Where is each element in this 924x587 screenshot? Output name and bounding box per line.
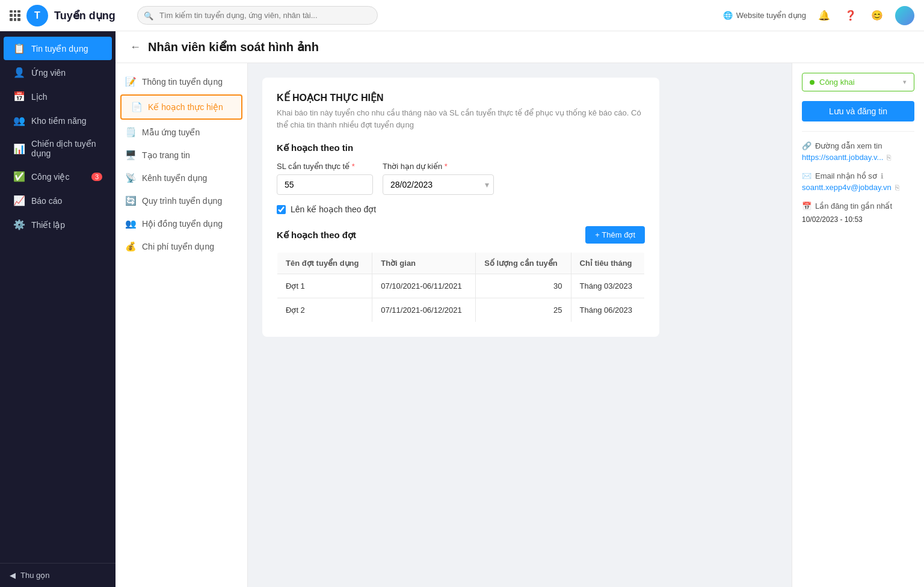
nav-quy-trinh-label: Quy trình tuyển dụng xyxy=(142,196,222,206)
mau-icon: 🗒️ xyxy=(125,127,136,138)
nav-kenh-label: Kênh tuyển dụng xyxy=(142,173,207,183)
row2-name: Đợt 2 xyxy=(277,298,372,322)
row1-target: Tháng 03/2023 xyxy=(571,274,645,298)
lich-icon: 📅 xyxy=(13,91,25,102)
ke-hoach-checkbox[interactable] xyxy=(277,205,286,214)
sidebar-item-bao-cao[interactable]: 📈 Báo cáo xyxy=(4,189,112,212)
last-post-section: 📅 Lần đăng tin gần nhất 10/02/2023 - 10:… xyxy=(802,201,914,224)
nav-kenh-tuyen-dung[interactable]: 📡 Kênh tuyển dụng xyxy=(116,167,247,189)
sidebar-item-label: Công việc xyxy=(31,172,69,182)
sidebar-item-cong-viec[interactable]: ✅ Công việc 3 xyxy=(4,165,112,188)
chien-dich-icon: 📊 xyxy=(13,143,25,155)
right-sidebar: Công khai ▾ Lưu và đăng tin 🔗 Đường dẫn … xyxy=(792,63,924,587)
date-label: Thời hạn dự kiến * xyxy=(383,162,494,171)
status-dropdown[interactable]: Công khai ▾ xyxy=(802,73,914,91)
nav-chi-phi[interactable]: 💰 Chi phí tuyển dụng xyxy=(116,235,247,258)
nav-trang-tin-label: Tạo trang tin xyxy=(142,150,190,160)
nav-tao-trang-tin[interactable]: 🖥️ Tạo trang tin xyxy=(116,144,247,167)
nav-thong-tin[interactable]: 📝 Thông tin tuyển dụng xyxy=(116,70,247,93)
collapse-icon: ◀ xyxy=(10,571,16,580)
main-area: ← Nhân viên kiểm soát hình ảnh 📝 Thông t… xyxy=(116,31,924,587)
cong-viec-icon: ✅ xyxy=(13,171,25,182)
help-button[interactable]: ❓ xyxy=(842,7,859,24)
collapse-button[interactable]: ◀ Thu gọn xyxy=(0,563,116,587)
sidebar: 📋 Tin tuyển dụng 👤 Ứng viên 📅 Lịch 👥 Kho… xyxy=(0,31,116,587)
main-panel: KẾ HOẠCH THỰC HIỆN Khai báo tin này tuyể… xyxy=(248,63,792,587)
search-input[interactable] xyxy=(137,6,378,25)
status-label: Công khai xyxy=(819,78,855,87)
row1-name: Đợt 1 xyxy=(277,274,372,298)
sidebar-item-kho-tiem-nang[interactable]: 👥 Kho tiềm năng xyxy=(4,109,112,132)
hoi-dong-icon: 👥 xyxy=(125,218,136,229)
chevron-down-icon: ▾ xyxy=(903,78,907,86)
app-logo-icon: T xyxy=(26,5,48,26)
recruitment-table: Tên đợt tuyển dụng Thời gian Số lượng cầ… xyxy=(277,252,645,322)
guide-url[interactable]: https://soantt.jobday.v... ⎘ xyxy=(802,153,914,162)
nav-hoi-dong[interactable]: 👥 Hội đồng tuyển dụng xyxy=(116,212,247,235)
sidebar-item-label: Kho tiềm năng xyxy=(31,116,87,126)
sidebar-item-tin-tuyen-dung[interactable]: 📋 Tin tuyển dụng xyxy=(4,37,112,60)
sidebar-item-label: Ứng viên xyxy=(31,68,66,78)
sidebar-item-label: Chiến dịch tuyển dụng xyxy=(31,139,102,158)
plan-title: Kế hoạch theo tin xyxy=(277,143,645,153)
dot-section-title: Kế hoạch theo đợt xyxy=(277,230,356,241)
user-menu-button[interactable]: 😊 xyxy=(869,7,886,24)
website-link[interactable]: 🌐 Website tuyển dụng xyxy=(723,11,806,20)
copy-icon[interactable]: ⎘ xyxy=(895,183,899,192)
date-input[interactable] xyxy=(383,174,494,195)
nav-ke-hoach[interactable]: 📄 Kế hoạch thực hiện xyxy=(120,94,242,120)
sidebar-item-thiet-lap[interactable]: ⚙️ Thiết lập xyxy=(4,213,112,236)
sidebar-item-ung-vien[interactable]: 👤 Ứng viên xyxy=(4,61,112,84)
section-desc: Khai báo tin này tuyển cho nhu cầu tháng… xyxy=(277,107,645,131)
sidebar-item-label: Lịch xyxy=(31,92,48,102)
save-button[interactable]: Lưu và đăng tin xyxy=(802,101,914,121)
row2-qty: 25 xyxy=(476,298,571,322)
status-dot xyxy=(810,80,815,85)
search-icon: 🔍 xyxy=(144,11,153,20)
link-icon: 🔗 xyxy=(802,141,812,150)
collapse-label: Thu gọn xyxy=(20,571,49,580)
notification-button[interactable]: 🔔 xyxy=(816,7,833,24)
sidebar-item-label: Thiết lập xyxy=(31,220,65,230)
guide-link-section: 🔗 Đường dẫn xem tin https://soantt.jobda… xyxy=(802,141,914,162)
ke-hoach-icon: 📄 xyxy=(131,102,142,112)
sidebar-item-chien-dich[interactable]: 📊 Chiến dịch tuyển dụng xyxy=(4,133,112,164)
calendar-icon: 📅 xyxy=(802,201,812,211)
back-button[interactable]: ← xyxy=(130,41,141,54)
trang-tin-icon: 🖥️ xyxy=(125,150,136,161)
sidebar-item-label: Báo cáo xyxy=(31,196,62,206)
thiet-lap-icon: ⚙️ xyxy=(13,219,25,230)
sl-label: SL cần tuyển thực tế * xyxy=(277,162,373,171)
content-area: 📝 Thông tin tuyển dụng 📄 Kế hoạch thực h… xyxy=(116,63,924,587)
email-section: ✉️ Email nhận hồ sơ ℹ soantt.xepp4v@jobd… xyxy=(802,171,914,192)
nav-chi-phi-label: Chi phí tuyển dụng xyxy=(142,242,214,251)
nav-quy-trinh[interactable]: 🔄 Quy trình tuyển dụng xyxy=(116,189,247,212)
app-name: Tuyển dụng xyxy=(54,9,116,22)
avatar[interactable] xyxy=(895,6,914,25)
nav-ke-hoach-label: Kế hoạch thực hiện xyxy=(148,102,223,112)
app-grid-icon[interactable] xyxy=(10,10,20,21)
copy-icon[interactable]: ⎘ xyxy=(887,153,891,162)
tin-tuyen-dung-icon: 📋 xyxy=(13,43,25,54)
guide-label: 🔗 Đường dẫn xem tin xyxy=(802,141,914,150)
kho-icon: 👥 xyxy=(13,115,25,126)
section-title: KẾ HOẠCH THỰC HIỆN xyxy=(277,92,645,103)
kenh-icon: 📡 xyxy=(125,173,136,183)
website-icon: 🌐 xyxy=(723,11,733,20)
add-dot-button[interactable]: + Thêm đợt xyxy=(585,226,645,244)
table-row: Đợt 1 07/10/2021-06/11/2021 30 Tháng 03/… xyxy=(277,274,645,298)
nav-mau-label: Mẫu ứng tuyển xyxy=(142,128,200,137)
divider xyxy=(802,131,914,132)
quy-trinh-icon: 🔄 xyxy=(125,195,136,206)
email-value[interactable]: soantt.xepp4v@jobday.vn ⎘ xyxy=(802,183,914,192)
nav-mau-ung-tuyen[interactable]: 🗒️ Mẫu ứng tuyển xyxy=(116,121,247,144)
page-header: ← Nhân viên kiểm soát hình ảnh xyxy=(116,31,924,63)
row1-qty: 30 xyxy=(476,274,571,298)
email-label: ✉️ Email nhận hồ sơ ℹ xyxy=(802,171,914,180)
sl-input[interactable] xyxy=(277,174,373,195)
col-so-luong: Số lượng cần tuyển xyxy=(476,253,571,274)
chi-phi-icon: 💰 xyxy=(125,241,136,252)
sidebar-item-lich[interactable]: 📅 Lịch xyxy=(4,85,112,108)
calendar-icon: ▾ xyxy=(485,180,489,189)
info-icon: ℹ xyxy=(881,172,884,180)
